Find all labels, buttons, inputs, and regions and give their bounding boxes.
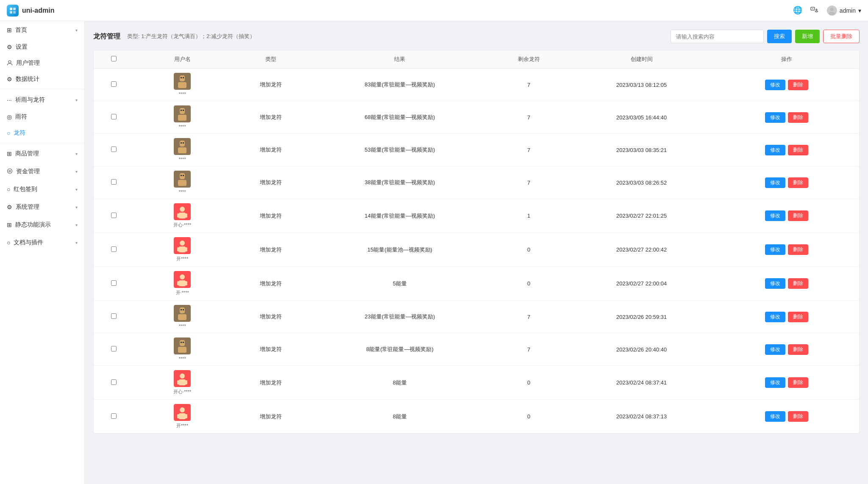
page-title: 龙符管理: [93, 32, 120, 41]
delete-button[interactable]: 删除: [788, 344, 808, 355]
delete-button[interactable]: 删除: [788, 145, 808, 155]
user-info: 开心·****: [141, 203, 224, 228]
delete-button[interactable]: 删除: [788, 411, 808, 422]
svg-rect-33: [179, 213, 186, 218]
svg-rect-15: [183, 77, 184, 78]
sidebar-item-static-demo[interactable]: ⊞ 静态功能演示 ▾: [0, 216, 84, 234]
svg-rect-45: [185, 281, 187, 285]
row-checkbox[interactable]: [111, 179, 117, 185]
search-input[interactable]: [670, 30, 764, 43]
svg-rect-55: [183, 342, 184, 343]
edit-button[interactable]: 修改: [765, 377, 785, 388]
batch-delete-button[interactable]: 批量删除: [823, 30, 860, 43]
result-cell: 8能量: [311, 366, 488, 400]
user-info: 开·****: [141, 271, 224, 296]
globe-icon[interactable]: 🌐: [793, 6, 803, 16]
svg-rect-37: [180, 241, 185, 246]
svg-rect-63: [179, 413, 186, 419]
delete-button[interactable]: 删除: [788, 278, 808, 289]
static-icon: ⊞: [7, 221, 12, 228]
svg-rect-18: [178, 115, 186, 121]
row-checkbox[interactable]: [111, 246, 117, 252]
svg-rect-43: [179, 280, 186, 286]
row-checkbox[interactable]: [111, 147, 117, 152]
action-buttons: 修改 删除: [721, 278, 852, 289]
delete-button[interactable]: 删除: [788, 112, 808, 123]
sidebar-item-finance-mgmt[interactable]: 资金管理 ▾: [0, 163, 84, 180]
row-checkbox[interactable]: [111, 313, 117, 319]
sidebar-item-dragon-symbol[interactable]: ○ 龙符: [0, 125, 84, 141]
row-checkbox[interactable]: [111, 81, 117, 87]
sidebar-item-data-stats[interactable]: ⚙ 数据统计: [0, 71, 84, 87]
delete-button[interactable]: 删除: [788, 244, 808, 255]
edit-button[interactable]: 修改: [765, 145, 785, 155]
sidebar-item-redpacket[interactable]: ○ 红包签到 ▾: [0, 180, 84, 198]
rain-dragon-icon: ···: [7, 97, 12, 103]
edit-button[interactable]: 修改: [765, 177, 785, 188]
action-cell: 修改 删除: [714, 166, 859, 199]
row-checkbox[interactable]: [111, 379, 117, 385]
svg-point-7: [829, 12, 835, 15]
delete-button[interactable]: 删除: [788, 210, 808, 221]
row-checkbox[interactable]: [111, 280, 117, 286]
header-remain: 剩余龙符: [488, 50, 569, 69]
edit-button[interactable]: 修改: [765, 411, 785, 422]
action-cell: 修改 删除: [714, 101, 859, 134]
translate-icon[interactable]: [810, 6, 820, 16]
svg-rect-58: [179, 379, 186, 385]
remain-cell: 0: [488, 267, 569, 301]
type-cell: 增加龙符: [231, 233, 311, 267]
action-cell: 修改 删除: [714, 366, 859, 400]
new-button[interactable]: 新增: [795, 30, 820, 43]
top-nav-right: 🌐 admin ▾: [793, 6, 861, 16]
type-cell: 增加龙符: [231, 69, 311, 101]
edit-button[interactable]: 修改: [765, 278, 785, 289]
search-button[interactable]: 搜索: [767, 30, 792, 43]
user-name: 开****: [176, 423, 188, 429]
sidebar-item-rain-dragon[interactable]: ··· 祈雨与龙符 ▾: [0, 91, 84, 109]
main-content: 龙符管理 类型: 1:产生龙符（龙气满百）；2:减少龙符（抽奖） 搜索 新增 批…: [85, 21, 868, 484]
delete-button[interactable]: 删除: [788, 177, 808, 188]
row-checkbox-cell: [94, 134, 134, 166]
table-row: **** 增加龙符53能量(常驻能量—视频奖励)72023/03/03 08:3…: [94, 134, 859, 166]
select-all-checkbox[interactable]: [111, 56, 117, 61]
user-info: ****: [141, 73, 224, 97]
sidebar-item-rain-symbol[interactable]: ◎ 雨符: [0, 109, 84, 125]
sidebar-label-system-mgmt: 系统管理: [16, 203, 39, 211]
header-action: 操作: [714, 50, 859, 69]
sidebar-item-settings[interactable]: ⚙ 设置: [0, 39, 84, 55]
avatar: [174, 73, 191, 90]
row-checkbox[interactable]: [111, 114, 117, 119]
delete-button[interactable]: 删除: [788, 80, 808, 90]
result-cell: 53能量(常驻能量—视频奖励): [311, 134, 488, 166]
time-cell: 2023/02/27 22:01:25: [569, 199, 714, 233]
svg-rect-65: [185, 414, 187, 418]
edit-button[interactable]: 修改: [765, 244, 785, 255]
edit-button[interactable]: 修改: [765, 80, 785, 90]
action-cell: 修改 删除: [714, 199, 859, 233]
sidebar-item-docs-plugins[interactable]: ○ 文档与插件 ▾: [0, 234, 84, 252]
delete-button[interactable]: 删除: [788, 312, 808, 322]
dragon-icon: ○: [7, 130, 10, 136]
edit-button[interactable]: 修改: [765, 112, 785, 123]
delete-button[interactable]: 删除: [788, 377, 808, 388]
svg-rect-59: [177, 380, 180, 384]
header-username: 用户名: [134, 50, 231, 69]
row-checkbox[interactable]: [111, 213, 117, 218]
sidebar-item-goods-mgmt[interactable]: ⊞ 商品管理 ▾: [0, 145, 84, 163]
edit-button[interactable]: 修改: [765, 210, 785, 221]
docs-icon: ○: [7, 239, 10, 246]
sidebar-item-system-mgmt[interactable]: ⚙ 系统管理 ▾: [0, 198, 84, 216]
sidebar-item-home[interactable]: ⊞ 首页 ▾: [0, 21, 84, 39]
user-menu[interactable]: admin ▾: [827, 6, 861, 16]
type-cell: 增加龙符: [231, 400, 311, 434]
svg-rect-20: [183, 110, 184, 111]
row-checkbox[interactable]: [111, 413, 117, 419]
edit-button[interactable]: 修改: [765, 312, 785, 322]
sidebar-item-user-mgmt[interactable]: 用户管理: [0, 55, 84, 71]
remain-cell: 7: [488, 134, 569, 166]
edit-button[interactable]: 修改: [765, 344, 785, 355]
row-checkbox[interactable]: [111, 346, 117, 351]
svg-point-10: [9, 170, 11, 172]
time-cell: 2023/02/27 22:00:42: [569, 233, 714, 267]
